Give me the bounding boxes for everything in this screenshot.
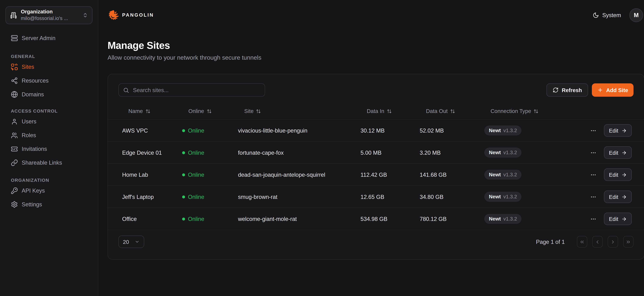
search-wrap [118,83,265,97]
first-page-button[interactable] [577,236,587,248]
table-row: Office Online welcome-giant-mole-rat 534… [108,208,644,230]
site-slug: dead-san-joaquin-antelope-squirrel [238,172,360,178]
table-row: Jeff's Laptop Online smug-brown-rat 12.6… [108,186,644,208]
sidebar-item-server-admin[interactable]: Server Admin [6,31,92,45]
arrow-right-icon [622,128,627,133]
column-header-online[interactable]: Online [182,108,238,114]
brand[interactable]: PANGOLIN [108,10,154,20]
edit-button[interactable]: Edit [604,212,632,225]
last-page-button[interactable] [623,236,634,248]
theme-toggle[interactable]: System [592,12,621,18]
ellipsis-icon [590,194,596,200]
users-icon [11,132,18,139]
brand-name: PANGOLIN [122,12,154,18]
online-status: Online [182,150,238,156]
data-in: 12.65 GB [360,194,420,200]
page-subtitle: Allow connectivity to your network throu… [108,54,644,61]
refresh-button[interactable]: Refresh [546,83,588,97]
site-name: Jeff's Laptop [122,194,182,200]
sidebar: Organization milo@fossorial.io's ... Ser… [0,0,98,296]
gear-icon [11,201,18,208]
row-actions-menu-button[interactable] [590,171,597,178]
app-window: Organization milo@fossorial.io's ... Ser… [0,0,644,296]
refresh-icon [552,87,558,93]
search-icon [123,87,129,93]
site-name: Edge Device 01 [122,150,182,156]
row-actions-menu-button[interactable] [590,149,597,156]
sidebar-item-sites[interactable]: Sites [6,60,92,74]
site-name: Office [122,216,182,222]
column-header-name[interactable]: Name [122,108,182,114]
page-title: Manage Sites [108,40,644,51]
column-header-data-out[interactable]: Data Out [420,108,484,114]
chevron-left-icon [595,239,600,244]
column-header-connection-type[interactable]: Connection Type [484,108,589,114]
link-icon [11,159,18,166]
column-header-site[interactable]: Site [238,108,360,114]
data-out: 780.12 GB [420,216,484,222]
sidebar-item-label: Users [22,118,36,125]
data-in: 5.00 MB [360,150,420,156]
theme-toggle-label: System [602,12,621,18]
sidebar-item-settings[interactable]: Settings [6,198,92,211]
sidebar-section-general: GENERAL [6,52,92,60]
row-actions-menu-button[interactable] [590,126,597,134]
organization-value: milo@fossorial.io's ... [21,15,79,22]
topbar: PANGOLIN System M [98,0,644,30]
combine-icon [11,63,18,70]
row-actions-menu-button[interactable] [590,215,597,223]
page-size-value: 20 [123,239,129,245]
sidebar-item-label: Resources [22,78,48,84]
sidebar-item-roles[interactable]: Roles [6,128,92,142]
ellipsis-icon [590,172,596,178]
chevrons-right-icon [626,239,631,244]
chevron-down-icon [134,239,140,244]
edit-button[interactable]: Edit [604,190,632,203]
sidebar-item-shareable-links[interactable]: Shareable Links [6,156,92,170]
sidebar-item-users[interactable]: Users [6,115,92,128]
avatar[interactable]: M [629,8,643,22]
previous-page-button[interactable] [592,236,603,248]
sidebar-item-label: Shareable Links [22,160,62,166]
site-slug: vivacious-little-blue-penguin [238,128,360,134]
sidebar-item-label: Server Admin [22,35,56,41]
edit-button[interactable]: Edit [604,124,632,137]
arrow-right-icon [622,150,627,155]
chevrons-up-down-icon [82,12,88,18]
sidebar-item-invitations[interactable]: Invitations [6,142,92,156]
sidebar-item-resources[interactable]: Resources [6,74,92,88]
refresh-label: Refresh [562,87,582,93]
online-status: Online [182,128,238,134]
table-header: Name Online Site Data In Data Out [108,103,644,120]
arrow-up-down-icon [450,108,455,114]
sidebar-item-label: API Keys [22,188,45,194]
organization-label: Organization [21,9,79,16]
plus-icon [597,87,603,93]
search-input[interactable] [118,83,265,97]
row-actions-menu-button[interactable] [590,193,597,201]
ellipsis-icon [590,216,596,222]
next-page-button[interactable] [608,236,618,248]
arrow-up-down-icon [206,108,212,114]
main-area: PANGOLIN System M Manage Sites Allow con… [98,0,644,296]
sidebar-item-domains[interactable]: Domains [6,88,92,101]
user-icon [11,118,18,125]
edit-button[interactable]: Edit [604,146,632,159]
key-icon [11,187,18,194]
site-slug: fortunate-cape-fox [238,150,360,156]
sidebar-item-api-keys[interactable]: API Keys [6,184,92,198]
organization-selector[interactable]: Organization milo@fossorial.io's ... [6,6,92,24]
sidebar-nav: Server Admin GENERAL Sites [0,31,98,211]
connection-type-badge: Newtv1.3.2 [484,170,522,180]
status-dot [182,195,185,198]
arrow-right-icon [622,216,627,222]
site-slug: smug-brown-rat [238,194,360,200]
edit-button[interactable]: Edit [604,168,632,181]
page-size-select[interactable]: 20 [118,236,144,248]
arrow-right-icon [622,194,627,200]
server-icon [11,34,18,42]
add-site-button[interactable]: Add Site [592,83,634,97]
arrow-up-down-icon [256,108,261,114]
connection-type-badge: Newtv1.3.2 [484,214,522,224]
column-header-data-in[interactable]: Data In [360,108,420,114]
